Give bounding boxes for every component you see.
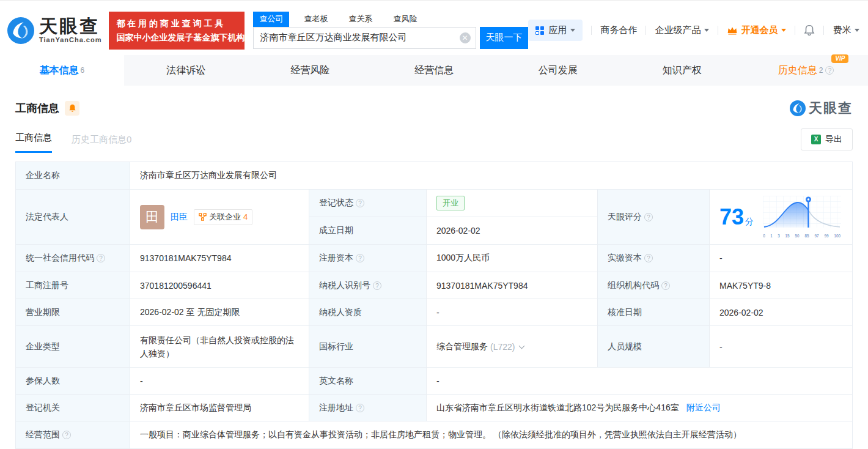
help-icon[interactable]: ? [644, 254, 653, 262]
tab-basic-info[interactable]: 基本信息 6 [0, 55, 124, 86]
field-label: 企业名称 [16, 162, 130, 189]
help-icon[interactable]: ? [373, 281, 381, 290]
field-value: 有限责任公司（非自然人投资或控股的法人独资） [130, 326, 309, 367]
field-label: 人员规模 [598, 326, 710, 367]
chevron-down-icon [570, 29, 575, 32]
watermark-label: 天眼查 [809, 99, 853, 117]
help-icon[interactable]: ? [661, 281, 670, 290]
field-value: 2026-02-02 至 无固定期限 [130, 299, 309, 325]
field-label: 成立日期 [309, 217, 427, 244]
field-label: 企业类型 [16, 326, 130, 367]
table-row: 参保人数 - 英文名称 - [16, 368, 852, 395]
user-menu[interactable]: 费米 [833, 24, 859, 36]
help-icon[interactable]: ? [62, 431, 71, 439]
related-companies-badge[interactable]: 关联企业 4 [194, 209, 252, 225]
field-label: 注册资本 ? [309, 245, 427, 272]
excel-icon: X [811, 135, 821, 144]
page: 天眼查 TianYanCha.com 都 在 用 的 商 业 查 询 工 具 国… [0, 0, 868, 449]
search-tab-risk[interactable]: 查风险 [387, 12, 423, 27]
chevron-down-icon [781, 29, 786, 32]
search-tab-relation[interactable]: 查关系 [342, 12, 378, 27]
search-tab-boss[interactable]: 查老板 [298, 12, 334, 27]
tab-operation-info[interactable]: 经营信息 [372, 55, 496, 86]
subtab-business-info[interactable]: 工商信息 [15, 132, 52, 153]
clear-icon[interactable]: ✕ [460, 32, 471, 43]
field-label: 英文名称 [309, 368, 427, 394]
field-value: - [427, 368, 852, 394]
field-label: 组织机构代码 ? [598, 272, 710, 299]
help-icon[interactable]: ? [356, 404, 364, 412]
field-label: 登记机关 [16, 395, 130, 421]
score-cell: 73分 [710, 190, 852, 244]
table-row: 法定代表人 田 田臣 关联企业 4 [16, 190, 852, 245]
table-row: 企业类型 有限责任公司（非自然人投资或控股的法人独资） 国标行业 综合管理服务 … [16, 326, 852, 368]
top-header: 天眼查 TianYanCha.com 都 在 用 的 商 业 查 询 工 具 国… [0, 0, 868, 55]
field-value: 1000万人民币 [427, 245, 598, 272]
tab-legal-proceedings[interactable]: 法律诉讼 [124, 55, 248, 86]
subscribe-bell-button[interactable] [65, 101, 79, 116]
table-row: 营业期限 2026-02-02 至 无固定期限 纳税人资质 - 核准日期 202… [16, 299, 852, 326]
industry-value: 综合管理服务 (L722) [427, 326, 598, 367]
help-icon[interactable]: ? [825, 66, 834, 75]
field-label: 工商注册号 [16, 272, 130, 299]
field-label: 参保人数 [16, 368, 130, 394]
field-label: 纳税人资质 [309, 299, 427, 325]
field-label: 经营范围 ? [16, 421, 130, 448]
tianyancha-logo[interactable]: 天眼查 TianYanCha.com [7, 17, 101, 44]
field-value: - [427, 299, 598, 325]
avatar[interactable]: 田 [140, 205, 164, 229]
vip-badge: VIP [831, 54, 848, 63]
help-icon[interactable]: ? [356, 199, 364, 207]
business-info-table: 企业名称 济南市章丘区万达商业发展有限公司 法定代表人 田 田臣 [15, 161, 853, 449]
tab-intellectual-property[interactable]: 知识产权 [620, 55, 744, 86]
field-value: 2026-02-02 [427, 217, 597, 244]
legal-rep-link[interactable]: 田臣 [171, 212, 188, 223]
field-label: 注册地址 ? [309, 395, 427, 421]
field-label: 核准日期 [598, 299, 710, 325]
help-icon[interactable]: ? [97, 254, 105, 262]
field-value: 370181200596441 [130, 272, 309, 299]
enterprise-product-menu[interactable]: 企业级产品 [655, 24, 709, 36]
tab-company-development[interactable]: 公司发展 [496, 55, 620, 86]
field-value: MAK75YT9-8 [710, 272, 852, 299]
search-tab-company[interactable]: 查公司 [253, 12, 289, 27]
field-label: 法定代表人 [16, 190, 130, 244]
tianyancha-swirl-icon [7, 17, 34, 44]
subtab-history-business-info[interactable]: 历史工商信息0 [72, 134, 131, 153]
chevron-down-icon [704, 29, 709, 32]
tab-operation-risk[interactable]: 经营风险 [248, 55, 372, 86]
field-value: - [710, 326, 852, 367]
field-value: 91370181MAK75YT984 [427, 272, 598, 299]
industry-code: (L722) [490, 342, 515, 352]
bell-icon [68, 104, 76, 113]
promo-line-1: 都 在 用 的 商 业 查 询 工 具 [116, 17, 237, 31]
field-label: 纳税人识别号 ? [309, 272, 427, 299]
field-label: 国标行业 [309, 326, 427, 367]
company-name-value: 济南市章丘区万达商业发展有限公司 [130, 162, 852, 189]
apps-grid-icon [535, 26, 544, 35]
export-button[interactable]: X 导出 [801, 128, 853, 150]
vip-upgrade-link[interactable]: 开通会员 [727, 24, 786, 36]
tab-history-info[interactable]: 历史信息 2 ? VIP [744, 55, 868, 86]
apps-menu-button[interactable]: 应用 [528, 20, 583, 41]
search-button[interactable]: 天眼一下 [480, 27, 529, 49]
biz-coop-link[interactable]: 商务合作 [600, 24, 637, 36]
notification-bell[interactable] [804, 24, 815, 36]
field-label: 登记状态 ? [309, 190, 427, 217]
table-row: 统一社会信用代码 ? 91370181MAK75YT984 注册资本 ? 100… [16, 245, 852, 272]
promo-line-2: 国家中小企业发展子基金旗下机构 [116, 31, 237, 45]
legal-rep-cell: 田 田臣 关联企业 4 [130, 190, 309, 244]
nearby-companies-link[interactable]: 附近公司 [686, 403, 721, 414]
help-icon[interactable]: ? [356, 254, 364, 262]
brand-domain: TianYanCha.com [39, 36, 101, 43]
brand-name: 天眼查 [39, 17, 101, 35]
header-right-nav: 应用 商务合作 企业级产品 开通会员 [528, 20, 862, 41]
status-badge: 开业 [436, 196, 465, 210]
field-label: 实缴资本 ? [598, 245, 710, 272]
table-row: 登记机关 济南市章丘区市场监督管理局 注册地址 ? 山东省济南市章丘区明水街道铁… [16, 395, 852, 421]
search-input[interactable] [253, 27, 476, 49]
help-icon[interactable]: ? [644, 213, 653, 221]
chevron-down-icon[interactable] [519, 343, 525, 349]
field-value: 91370181MAK75YT984 [130, 245, 309, 272]
section-title: 工商信息 [15, 101, 59, 116]
